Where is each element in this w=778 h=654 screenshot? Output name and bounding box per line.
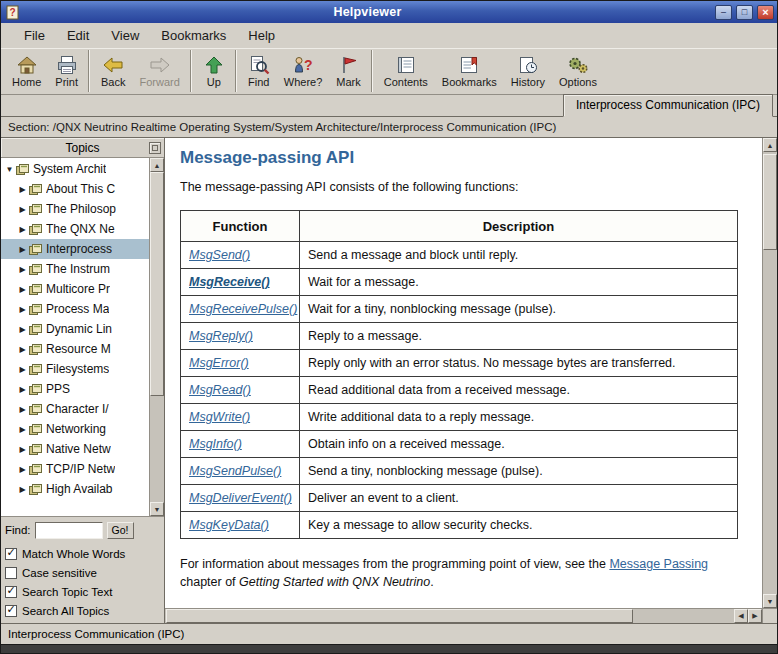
tree-item[interactable]: ▶ The Philosop <box>1 199 149 219</box>
toolbar-button[interactable]: ? Where? <box>277 50 330 92</box>
content-horizontal-scrollbar[interactable]: ◀ ▶ <box>165 608 762 623</box>
toolbar-button[interactable]: Print <box>48 50 89 92</box>
footer-link[interactable]: Message Passing <box>609 557 708 571</box>
menu-item[interactable]: View <box>102 26 148 45</box>
expand-arrow-icon[interactable]: ▶ <box>17 265 28 274</box>
menu-item[interactable]: Bookmarks <box>152 26 235 45</box>
function-link[interactable]: MsgReply() <box>189 329 253 343</box>
tree-item[interactable]: ▶ Filesystems <box>1 359 149 379</box>
find-input[interactable] <box>35 522 103 539</box>
tree-item[interactable]: ▶ Dynamic Lin <box>1 319 149 339</box>
tree-item-label: Character I/ <box>46 402 109 416</box>
function-link[interactable]: MsgSend() <box>189 248 250 262</box>
function-link[interactable]: MsgInfo() <box>189 437 242 451</box>
scroll-down-button[interactable]: ▼ <box>763 594 777 608</box>
expand-arrow-icon[interactable]: ▶ <box>17 365 28 374</box>
tab-interprocess-communication[interactable]: Interprocess Communication (IPC) <box>563 94 773 117</box>
expand-arrow-icon[interactable]: ▶ <box>17 465 28 474</box>
scrollbar-thumb[interactable] <box>166 609 633 623</box>
minimize-button[interactable]: – <box>715 5 732 20</box>
tree-item-label: PPS <box>46 382 70 396</box>
tree-item[interactable]: ▶ Character I/ <box>1 399 149 419</box>
tree-item[interactable]: ▶ The Instrum <box>1 259 149 279</box>
go-button[interactable]: Go! <box>107 522 134 539</box>
function-link[interactable]: MsgReceivePulse() <box>189 302 297 316</box>
expand-arrow-icon[interactable]: ▶ <box>17 185 28 194</box>
scrollbar-track[interactable] <box>763 152 777 594</box>
checkbox[interactable]: ✓ <box>5 586 17 598</box>
search-option-row[interactable]: Case sensitive <box>5 563 164 582</box>
scrollbar-track[interactable] <box>150 172 164 502</box>
toolbar-button[interactable]: Contents <box>377 50 435 92</box>
tree-item[interactable]: ▶ Multicore Pr <box>1 279 149 299</box>
expand-arrow-icon[interactable]: ▶ <box>17 225 28 234</box>
expand-arrow-icon[interactable]: ▶ <box>17 485 28 494</box>
expand-arrow-icon[interactable]: ▶ <box>17 425 28 434</box>
tree-item[interactable]: ▶ About This C <box>1 179 149 199</box>
function-link[interactable]: MsgReceive() <box>189 275 270 289</box>
search-option-row[interactable]: ✓ Match Whole Words <box>5 544 164 563</box>
expand-arrow-icon[interactable]: ▶ <box>17 345 28 354</box>
function-link[interactable]: MsgKeyData() <box>189 518 269 532</box>
search-option-row[interactable]: ✓ Search Topic Text <box>5 582 164 601</box>
tree-item[interactable]: ▶ The QNX Ne <box>1 219 149 239</box>
expand-arrow-icon[interactable]: ▼ <box>4 165 15 174</box>
tree-item[interactable]: ▶ Resource M <box>1 339 149 359</box>
scrollbar-thumb[interactable] <box>150 172 164 396</box>
toolbar-button[interactable]: Home <box>5 50 48 92</box>
table-row: MsgSend() Send a message and block until… <box>181 242 738 269</box>
expand-arrow-icon[interactable]: ▶ <box>17 325 28 334</box>
tree-item-label: Native Netw <box>46 442 111 456</box>
toolbar-button[interactable]: Bookmarks <box>435 50 504 92</box>
tree-item[interactable]: ▶ TCP/IP Netw <box>1 459 149 479</box>
scroll-up-button[interactable]: ▲ <box>763 138 777 152</box>
expand-arrow-icon[interactable]: ▶ <box>17 285 28 294</box>
checkbox[interactable]: ✓ <box>5 605 17 617</box>
toolbar-button[interactable]: Up <box>196 50 236 92</box>
function-description: Key a message to allow security checks. <box>300 512 738 539</box>
content-vertical-scrollbar[interactable]: ▲ ▼ <box>762 138 777 608</box>
function-link[interactable]: MsgDeliverEvent() <box>189 491 292 505</box>
scroll-right-button[interactable]: ▶ <box>748 609 762 623</box>
expand-arrow-icon[interactable]: ▶ <box>17 245 28 254</box>
tree-item[interactable]: ▶ Interprocess <box>1 239 149 259</box>
function-link[interactable]: MsgWrite() <box>189 410 250 424</box>
tree-item[interactable]: ▶ Networking <box>1 419 149 439</box>
function-link[interactable]: MsgRead() <box>189 383 251 397</box>
checkbox[interactable]: ✓ <box>5 548 17 560</box>
checkbox[interactable] <box>5 567 17 579</box>
toolbar-button[interactable]: Forward <box>132 50 190 92</box>
toolbar-button[interactable]: Back <box>94 50 132 92</box>
menu-item[interactable]: Help <box>239 26 284 45</box>
toolbar-button[interactable]: Mark <box>329 50 371 92</box>
close-button[interactable]: × <box>757 5 774 20</box>
expand-arrow-icon[interactable]: ▶ <box>17 305 28 314</box>
tree-item[interactable]: ▶ Native Netw <box>1 439 149 459</box>
scroll-up-button[interactable]: ▲ <box>150 158 164 172</box>
titlebar[interactable]: ? Helpviewer – □ × <box>1 1 777 23</box>
tree-item[interactable]: ▼ System Archit <box>1 159 149 179</box>
expand-arrow-icon[interactable]: ▶ <box>17 205 28 214</box>
search-option-row[interactable]: ✓ Search All Topics <box>5 601 164 620</box>
tree-item[interactable]: ▶ Process Ma <box>1 299 149 319</box>
menu-item[interactable]: File <box>15 26 54 45</box>
expand-arrow-icon[interactable]: ▶ <box>17 405 28 414</box>
toolbar-button[interactable]: Find <box>241 50 277 92</box>
tree-item[interactable]: ▶ High Availab <box>1 479 149 499</box>
menu-item[interactable]: Edit <box>58 26 98 45</box>
scroll-left-button[interactable]: ◀ <box>734 609 748 623</box>
toolbar-button[interactable]: Options <box>552 50 604 92</box>
expand-arrow-icon[interactable]: ▶ <box>17 445 28 454</box>
maximize-button[interactable]: □ <box>736 5 753 20</box>
scroll-down-button[interactable]: ▼ <box>150 502 164 516</box>
tree-scrollbar[interactable]: ▲ ▼ <box>149 158 164 516</box>
scrollbar-thumb[interactable] <box>763 154 777 250</box>
topics-tree: ▼ System Archit ▶ About This C ▶ <box>1 158 149 516</box>
tree-item[interactable]: ▶ PPS <box>1 379 149 399</box>
expand-arrow-icon[interactable]: ▶ <box>17 385 28 394</box>
panel-detach-button[interactable] <box>149 142 161 154</box>
function-link[interactable]: MsgError() <box>189 356 249 370</box>
function-link[interactable]: MsgSendPulse() <box>189 464 281 478</box>
toolbar-button[interactable]: History <box>504 50 552 92</box>
scrollbar-track[interactable] <box>165 609 734 623</box>
